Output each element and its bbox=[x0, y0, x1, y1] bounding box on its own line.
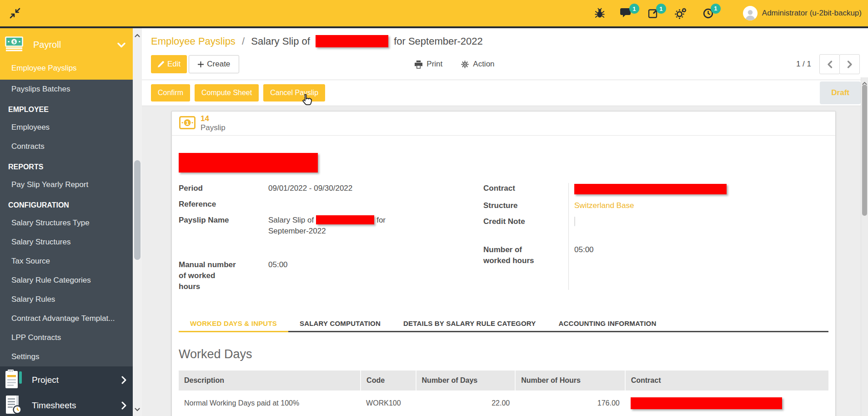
sidebar-app-timesheets-label: Timesheets bbox=[32, 401, 76, 411]
worked-hours-label: Number of worked hours bbox=[483, 244, 568, 272]
pager: 1 / 1 bbox=[796, 54, 860, 74]
table-header-row: Description Code Number of Days Number o… bbox=[179, 370, 828, 391]
tab-details-by-salary-rule-category[interactable]: DETAILS BY SALARY RULE CATEGORY bbox=[392, 316, 547, 332]
chevron-right-icon bbox=[121, 376, 126, 384]
pager-next-button[interactable] bbox=[839, 54, 860, 74]
sidebar-item-contracts[interactable]: Contracts bbox=[0, 137, 133, 156]
sidebar-item-employees[interactable]: Employees bbox=[0, 118, 133, 137]
control-buttons-row: Edit Create Print Action bbox=[151, 54, 860, 74]
apps-grid-icon[interactable] bbox=[36, 6, 50, 20]
sidebar-item-payslip-yearly-report[interactable]: Pay Slip Yearly Report bbox=[0, 175, 133, 194]
debug-bug-icon[interactable] bbox=[595, 8, 605, 19]
main-scrollbar[interactable] bbox=[861, 77, 868, 416]
main-scrollbar-thumb[interactable] bbox=[862, 85, 867, 216]
sidebar-item-employee-payslips[interactable]: Employee Payslips bbox=[0, 58, 133, 74]
breadcrumb-separator: / bbox=[242, 36, 245, 47]
tab-accounting-information[interactable]: ACCOUNTING INFORMATION bbox=[547, 316, 668, 332]
cell-description: Normal Working Days paid at 100% bbox=[179, 391, 361, 416]
pager-previous-button[interactable] bbox=[819, 54, 840, 74]
gear-icon bbox=[461, 60, 469, 69]
sidebar-scrollbar[interactable] bbox=[133, 28, 142, 416]
sidebar-item-settings[interactable]: Settings bbox=[0, 347, 133, 366]
status-badge-draft[interactable]: Draft bbox=[820, 81, 861, 104]
print-action-group: Print Action bbox=[414, 60, 494, 69]
sidebar-item-payslips-batches[interactable]: Payslips Batches bbox=[0, 80, 133, 99]
sidebar-submenu: Payslips Batches EMPLOYEE Employees Cont… bbox=[0, 80, 133, 366]
period-label: Period bbox=[179, 183, 268, 199]
user-avatar bbox=[743, 6, 758, 20]
sidebar-item-lpp-contracts[interactable]: LPP Contracts bbox=[0, 328, 133, 347]
sidebar-item-salary-rules[interactable]: Salary Rules bbox=[0, 290, 133, 309]
messages-icon[interactable]: 1 bbox=[620, 8, 632, 19]
notes-compose-icon[interactable]: 1 bbox=[648, 8, 659, 19]
money-bill-icon: $ bbox=[5, 36, 23, 53]
column-contract[interactable]: Contract bbox=[625, 370, 828, 391]
user-menu[interactable]: Administrator (u-2bit-backup) bbox=[743, 6, 862, 20]
activities-clock-icon[interactable]: 1 bbox=[702, 8, 714, 19]
column-number-of-hours[interactable]: Number of Hours bbox=[515, 370, 625, 391]
table-row[interactable]: Normal Working Days paid at 100% WORK100… bbox=[179, 391, 828, 416]
column-code[interactable]: Code bbox=[361, 370, 416, 391]
breadcrumb-current-prefix: Salary Slip of bbox=[251, 36, 310, 47]
worked-days-table: Description Code Number of Days Number o… bbox=[179, 370, 828, 416]
redacted-contract bbox=[574, 184, 727, 194]
printer-icon bbox=[414, 60, 423, 69]
period-value: 09/01/2022 - 09/30/2022 bbox=[268, 183, 352, 199]
control-panel: Employee Payslips / Salary Slip of for S… bbox=[142, 28, 868, 80]
cell-contract bbox=[625, 391, 828, 416]
sidebar-app-project[interactable]: Project bbox=[0, 367, 133, 393]
activities-badge: 1 bbox=[711, 4, 721, 14]
messages-badge: 1 bbox=[629, 4, 639, 14]
column-number-of-days[interactable]: Number of Days bbox=[416, 370, 516, 391]
record-id[interactable]: 14 bbox=[201, 114, 226, 123]
notebook-tabs: WORKED DAYS & INPUTS SALARY COMPUTATION … bbox=[179, 316, 828, 332]
scroll-down-icon[interactable] bbox=[135, 405, 140, 413]
sidebar-item-salary-structures-type[interactable]: Salary Structures Type bbox=[0, 213, 133, 233]
column-description[interactable]: Description bbox=[179, 370, 361, 391]
sidebar-item-tax-source[interactable]: Tax Source bbox=[0, 252, 133, 271]
sidebar-item-salary-rule-categories[interactable]: Salary Rule Categories bbox=[0, 271, 133, 290]
chevron-right-icon bbox=[121, 401, 126, 410]
tab-worked-days-inputs[interactable]: WORKED DAYS & INPUTS bbox=[179, 316, 288, 332]
cell-hours: 176.00 bbox=[515, 391, 625, 416]
worked-days-title: Worked Days bbox=[179, 347, 828, 361]
user-name: Administrator (u-2bit-backup) bbox=[762, 9, 862, 18]
svg-text:$: $ bbox=[13, 39, 16, 44]
tab-salary-computation[interactable]: SALARY COMPUTATION bbox=[288, 316, 392, 332]
scroll-up-icon[interactable] bbox=[135, 31, 140, 39]
pager-count: 1 / 1 bbox=[796, 60, 811, 69]
form-view-area: 1 14 Payslip Period 09/01/2022 - 09/30 bbox=[142, 106, 868, 416]
print-button[interactable]: Print bbox=[414, 60, 442, 69]
fields-group: Period 09/01/2022 - 09/30/2022 Reference… bbox=[172, 183, 835, 290]
project-document-icon bbox=[5, 369, 23, 392]
contract-label: Contract bbox=[483, 183, 568, 200]
confirm-button[interactable]: Confirm bbox=[151, 84, 190, 101]
create-button[interactable]: Create bbox=[189, 55, 239, 73]
cancel-payslip-button[interactable]: Cancel Payslip bbox=[263, 84, 325, 101]
action-button[interactable]: Action bbox=[461, 60, 494, 69]
structure-value: Switzerland Base bbox=[568, 200, 828, 216]
breadcrumb-parent-link[interactable]: Employee Payslips bbox=[151, 36, 236, 47]
notes-badge: 1 bbox=[656, 4, 666, 14]
breadcrumb: Employee Payslips / Salary Slip of for S… bbox=[151, 35, 860, 49]
redacted-contract-cell bbox=[631, 397, 782, 409]
payslip-name-label: Payslip Name bbox=[179, 215, 268, 240]
sidebar-item-salary-structures[interactable]: Salary Structures bbox=[0, 233, 133, 252]
chevron-left-icon bbox=[827, 61, 833, 68]
sidebar-apps: Project Timesheets bbox=[0, 366, 133, 416]
sidebar-item-contract-advantage-templates[interactable]: Contract Advantage Templat... bbox=[0, 309, 133, 328]
sidebar-section-reports: REPORTS bbox=[0, 156, 133, 175]
credit-note-checkbox[interactable] bbox=[574, 217, 575, 226]
sidebar-app-timesheets[interactable]: Timesheets bbox=[0, 393, 133, 416]
payslip-money-icon: 1 bbox=[179, 116, 196, 131]
collapse-sidebar-icon[interactable] bbox=[9, 7, 21, 19]
structure-link[interactable]: Switzerland Base bbox=[574, 201, 634, 210]
settings-gears-icon[interactable] bbox=[675, 7, 687, 19]
compute-sheet-button[interactable]: Compute Sheet bbox=[195, 84, 259, 101]
cell-days: 22.00 bbox=[416, 391, 516, 416]
sidebar-app-payroll-header[interactable]: $ Payroll bbox=[0, 33, 133, 58]
sidebar-scrollbar-thumb[interactable] bbox=[134, 160, 140, 260]
edit-button[interactable]: Edit bbox=[151, 55, 187, 73]
credit-note-label: Credit Note bbox=[483, 216, 568, 237]
chevron-down-icon[interactable] bbox=[117, 42, 125, 48]
